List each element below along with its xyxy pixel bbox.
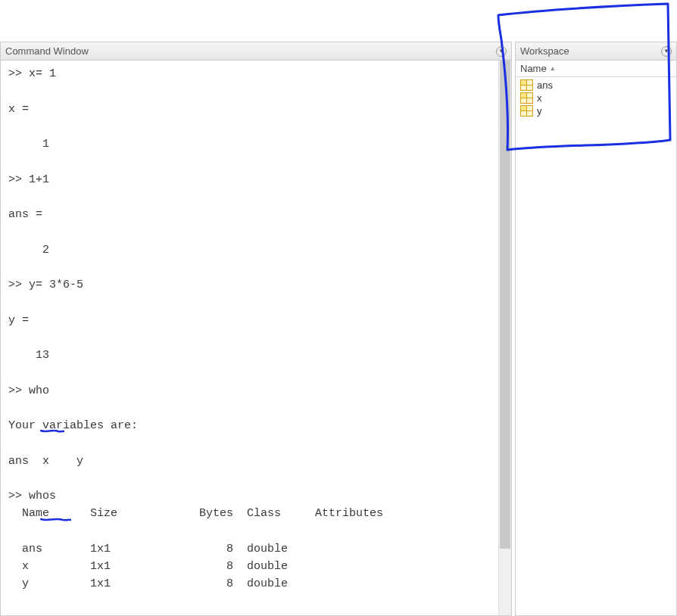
scrollbar-track[interactable]: ▴ xyxy=(498,61,511,615)
workspace-var-row[interactable]: ans xyxy=(519,79,673,92)
scrollbar-thumb[interactable] xyxy=(500,61,510,549)
workspace-title: Workspace xyxy=(520,45,569,57)
svg-rect-7 xyxy=(521,93,527,98)
workspace-column-header[interactable]: Name ▲ xyxy=(516,61,676,77)
command-window-body: >> x= 1 x = 1 >> 1+1 ans = 2 >> y= 3*6-5… xyxy=(1,61,511,615)
command-window-content[interactable]: >> x= 1 x = 1 >> 1+1 ans = 2 >> y= 3*6-5… xyxy=(1,61,498,615)
panel-menu-icon[interactable]: ▼ xyxy=(661,46,672,57)
sort-ascending-icon: ▲ xyxy=(550,65,556,72)
underline-who-annotation xyxy=(40,428,64,434)
column-name-label: Name xyxy=(520,63,547,74)
workspace-var-row[interactable]: y xyxy=(519,104,673,117)
variable-grid-icon xyxy=(520,105,533,117)
workspace-var-name: ans xyxy=(537,79,553,91)
variable-grid-icon xyxy=(520,92,533,104)
underline-whos-annotation xyxy=(40,517,71,523)
workspace-var-name: x xyxy=(537,92,542,104)
command-window-title: Command Window xyxy=(5,45,89,57)
svg-rect-3 xyxy=(521,80,527,86)
workspace-body: ans x y xyxy=(516,77,676,615)
workspace-header: Workspace ▼ xyxy=(516,42,676,61)
variable-grid-icon xyxy=(520,79,533,91)
command-window-panel: Command Window ▼ >> x= 1 x = 1 >> 1+1 an… xyxy=(0,42,512,616)
workspace-panel: Workspace ▼ Name ▲ ans x y xyxy=(515,42,677,616)
workspace-var-name: y xyxy=(537,105,542,117)
svg-rect-11 xyxy=(521,106,527,111)
command-window-header: Command Window ▼ xyxy=(1,42,511,61)
panel-menu-icon[interactable]: ▼ xyxy=(496,46,507,57)
workspace-var-row[interactable]: x xyxy=(519,92,673,104)
